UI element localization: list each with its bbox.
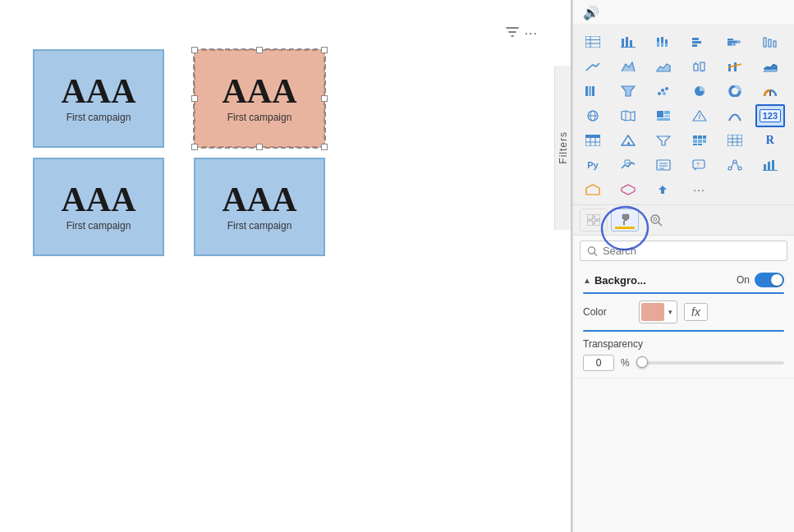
svg-rect-47 <box>664 111 670 114</box>
transparency-value-input[interactable] <box>583 355 614 371</box>
svg-rect-61 <box>703 135 706 139</box>
paginated-icon[interactable] <box>649 154 678 177</box>
color-row: Color ▾ fx <box>583 300 784 323</box>
svg-line-97 <box>659 222 662 226</box>
bar-chart-icon[interactable] <box>613 30 643 53</box>
percent-label: % <box>621 357 630 369</box>
fx-button[interactable]: fx <box>684 303 708 321</box>
ellipsis-more-icon[interactable]: ··· <box>685 178 714 201</box>
matrix-icon[interactable] <box>720 129 750 152</box>
bar-chart4-icon[interactable] <box>755 30 785 53</box>
transparency-control: % <box>583 355 784 371</box>
arrow-icon[interactable] <box>685 104 714 127</box>
svg-point-37 <box>663 92 666 95</box>
svg-rect-67 <box>727 135 742 146</box>
card-3[interactable]: AAA First campaign <box>33 158 164 256</box>
area2-icon[interactable] <box>755 55 785 78</box>
bar-line-icon[interactable] <box>720 55 750 78</box>
python-icon[interactable]: Py <box>578 154 608 177</box>
svg-rect-5 <box>626 37 628 48</box>
scatter-icon[interactable] <box>649 80 678 103</box>
funnel-icon[interactable] <box>613 80 643 103</box>
svg-rect-53 <box>585 135 600 138</box>
kpi-icon[interactable] <box>613 154 643 177</box>
filter2-icon[interactable] <box>649 129 678 152</box>
svg-rect-48 <box>664 115 670 117</box>
speaker-icon[interactable]: 🔊 <box>578 3 604 22</box>
bar-h-icon[interactable] <box>578 80 608 103</box>
svg-point-35 <box>661 89 664 92</box>
section-header: ▲ Backgro... On <box>583 273 784 287</box>
box-plot-icon[interactable] <box>685 55 714 78</box>
card-1[interactable]: AAA First campaign <box>33 49 164 148</box>
color-underline <box>583 330 784 332</box>
svg-text:?: ? <box>696 162 700 167</box>
gauge-icon[interactable] <box>755 80 785 103</box>
svg-rect-72 <box>625 160 630 163</box>
svg-rect-89 <box>587 214 593 219</box>
cards-grid: AAA First campaign AAA First campaign AA… <box>33 49 345 256</box>
slider-thumb <box>636 356 648 368</box>
decomp-icon[interactable] <box>720 154 750 177</box>
color-swatch <box>641 303 664 321</box>
azure-map-icon[interactable] <box>578 178 608 201</box>
card-3-text: AAA <box>62 182 136 217</box>
svg-rect-15 <box>692 41 701 44</box>
svg-point-98 <box>654 218 657 221</box>
svg-rect-16 <box>692 38 699 40</box>
tool-icons-row <box>573 205 794 236</box>
svg-rect-49 <box>657 118 670 121</box>
icon-grid: 123 ▲ R Py ? <box>573 24 794 205</box>
grid-icon[interactable] <box>685 129 714 152</box>
search-bar[interactable] <box>580 241 787 261</box>
svg-point-81 <box>738 167 741 170</box>
svg-rect-11 <box>661 43 663 47</box>
arc-icon[interactable] <box>720 104 750 127</box>
background-toggle[interactable] <box>755 273 784 287</box>
accessibility-button[interactable] <box>642 209 670 232</box>
power-apps-icon[interactable] <box>613 178 643 201</box>
search-input[interactable] <box>603 245 780 257</box>
power-automate-icon[interactable] <box>649 178 678 201</box>
globe-icon[interactable] <box>578 104 608 127</box>
treemap-icon[interactable] <box>649 104 678 127</box>
pie-icon[interactable] <box>685 80 714 103</box>
card-4[interactable]: AAA First campaign <box>194 158 325 256</box>
stacked-bar-icon[interactable] <box>649 30 678 53</box>
svg-rect-91 <box>587 221 593 226</box>
svg-rect-4 <box>622 39 624 48</box>
svg-rect-12 <box>665 39 668 44</box>
bar-chart2-icon[interactable] <box>685 30 714 53</box>
card123-icon[interactable]: 123 <box>755 104 785 127</box>
map-icon[interactable] <box>613 104 643 127</box>
card-2[interactable]: AAA First campaign <box>194 49 325 148</box>
mountain-icon[interactable] <box>613 55 643 78</box>
format-painter-button[interactable] <box>611 209 639 232</box>
qna-icon[interactable]: ? <box>685 154 714 177</box>
donut-icon[interactable] <box>720 80 750 103</box>
area-chart-icon[interactable] <box>649 55 678 78</box>
bar-chart5-icon[interactable] <box>755 154 785 177</box>
svg-point-96 <box>651 215 659 223</box>
r-icon[interactable]: R <box>755 129 785 152</box>
table-bar-icon[interactable] <box>578 30 608 53</box>
panel-top-row: 🔊 <box>573 0 794 24</box>
svg-rect-24 <box>773 41 776 47</box>
svg-rect-92 <box>594 221 600 226</box>
svg-rect-93 <box>622 214 629 219</box>
background-title: Backgro... <box>594 274 646 287</box>
line-chart-icon[interactable] <box>578 55 608 78</box>
delta-icon[interactable]: ▲ <box>613 129 643 152</box>
table-icon[interactable] <box>578 129 608 152</box>
more-options-icon[interactable]: ··· <box>525 26 538 41</box>
color-swatch-button[interactable]: ▾ <box>639 300 677 323</box>
svg-rect-33 <box>592 86 594 96</box>
grid-style-button[interactable] <box>580 209 608 232</box>
collapse-icon[interactable]: ▲ <box>583 276 591 285</box>
svg-point-80 <box>728 167 732 170</box>
transparency-slider[interactable] <box>636 361 784 365</box>
svg-rect-62 <box>693 140 697 143</box>
svg-rect-6 <box>630 40 632 48</box>
bar-chart3-icon[interactable] <box>720 30 750 53</box>
filter-icon[interactable] <box>505 25 520 43</box>
